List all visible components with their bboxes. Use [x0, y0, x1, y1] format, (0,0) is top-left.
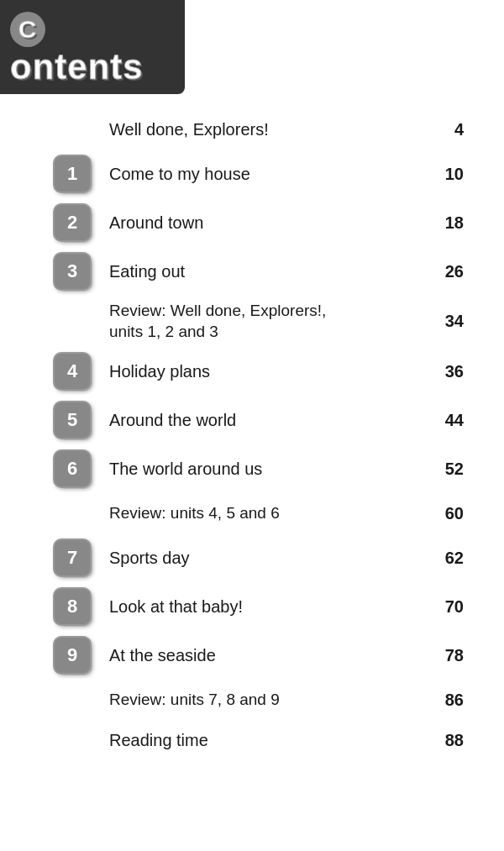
- toc-icon-unit5: 5: [50, 401, 94, 439]
- toc-page-unit1: 10: [433, 165, 464, 184]
- toc-item-unit9: 9 At the seaside 78: [50, 631, 464, 680]
- toc-item-unit6: 6 The world around us 52: [50, 444, 464, 493]
- toc-page-unit7: 62: [433, 549, 464, 568]
- unit-badge-9: 9: [53, 636, 92, 675]
- toc-title-reading: Reading time: [109, 729, 433, 751]
- toc-item-unit3: 3 Eating out 26: [50, 247, 464, 296]
- unit-badge-8: 8: [53, 587, 92, 626]
- toc-page-review3: 86: [433, 691, 464, 710]
- toc-title-unit7: Sports day: [109, 547, 433, 569]
- unit-badge-2: 2: [53, 203, 92, 242]
- toc-item-review1: Review: Well done, Explorers!, units 1, …: [50, 296, 464, 347]
- unit-badge-6: 6: [53, 449, 92, 488]
- toc-page-unit4: 36: [433, 362, 464, 381]
- toc-title-review1: Review: Well done, Explorers!, units 1, …: [109, 301, 433, 342]
- toc-item-unit5: 5 Around the world 44: [50, 396, 464, 444]
- toc-item-unit2: 2 Around town 18: [50, 198, 464, 247]
- toc-item-intro: Well done, Explorers! 4: [50, 109, 464, 150]
- toc-title-unit5: Around the world: [109, 409, 433, 431]
- toc-page-unit6: 52: [433, 460, 464, 479]
- toc-title-unit3: Eating out: [109, 260, 433, 282]
- toc-icon-unit2: 2: [50, 203, 94, 242]
- toc-icon-unit4: 4: [50, 352, 94, 391]
- toc-title-intro: Well done, Explorers!: [109, 118, 433, 140]
- toc-icon-unit3: 3: [50, 252, 94, 291]
- unit-badge-5: 5: [53, 401, 92, 439]
- toc-item-review2: Review: units 4, 5 and 6 60: [50, 493, 464, 533]
- toc-item-reading: Reading time 88: [50, 720, 464, 760]
- toc-item-unit7: 7 Sports day 62: [50, 533, 464, 582]
- toc-title-unit8: Look at that baby!: [109, 596, 433, 617]
- toc-title-unit9: At the seaside: [109, 644, 433, 666]
- toc-page-unit9: 78: [433, 646, 464, 665]
- toc-icon-unit7: 7: [50, 538, 94, 577]
- toc-page-reading: 88: [433, 731, 464, 750]
- toc-page-review2: 60: [433, 504, 464, 523]
- toc-area: Well done, Explorers! 4 1 Come to my hou…: [0, 94, 504, 780]
- toc-page-unit2: 18: [433, 213, 464, 233]
- toc-icon-unit9: 9: [50, 636, 94, 675]
- toc-item-unit8: 8 Look at that baby! 70: [50, 582, 464, 631]
- unit-badge-3: 3: [53, 252, 92, 291]
- toc-title-unit1: Come to my house: [109, 163, 433, 185]
- toc-page-review1: 34: [433, 312, 464, 331]
- toc-title-review3: Review: units 7, 8 and 9: [109, 690, 433, 711]
- toc-page-unit5: 44: [433, 411, 464, 430]
- toc-item-unit1: 1 Come to my house 10: [50, 150, 464, 198]
- toc-page-unit3: 26: [433, 262, 464, 281]
- toc-page-unit8: 70: [433, 597, 464, 617]
- toc-title-review2: Review: units 4, 5 and 6: [109, 503, 433, 524]
- toc-title-unit4: Holiday plans: [109, 360, 433, 382]
- toc-title-unit2: Around town: [109, 212, 433, 234]
- toc-item-review3: Review: units 7, 8 and 9 86: [50, 680, 464, 720]
- contents-header: Contents: [0, 0, 185, 94]
- toc-title-unit6: The world around us: [109, 458, 433, 480]
- contents-title: Contents: [10, 7, 170, 87]
- toc-icon-unit1: 1: [50, 155, 94, 193]
- unit-badge-1: 1: [53, 155, 92, 193]
- unit-badge-7: 7: [53, 538, 92, 577]
- c-circle: C: [10, 12, 45, 47]
- toc-page-intro: 4: [433, 120, 464, 139]
- toc-icon-unit6: 6: [50, 449, 94, 488]
- unit-badge-4: 4: [53, 352, 92, 391]
- toc-icon-unit8: 8: [50, 587, 94, 626]
- toc-item-unit4: 4 Holiday plans 36: [50, 347, 464, 396]
